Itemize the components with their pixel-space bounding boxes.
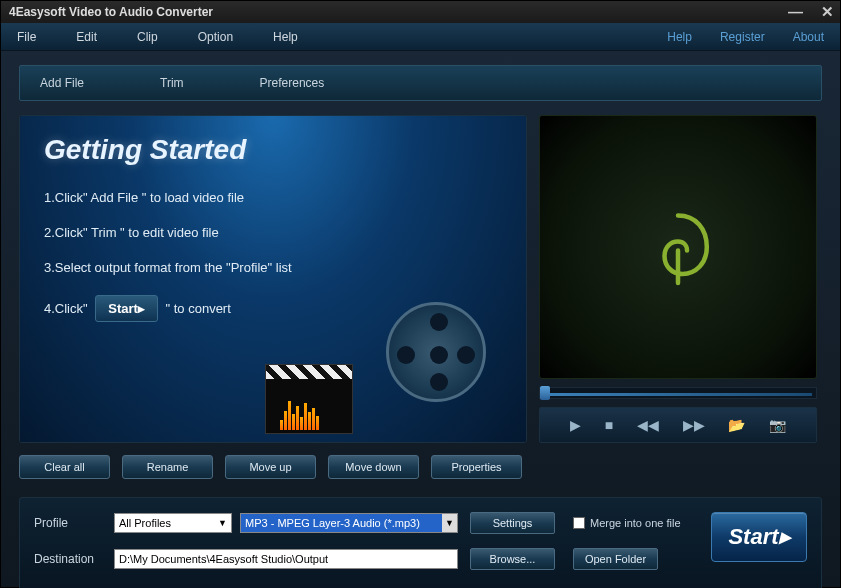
film-reel-icon (386, 302, 496, 412)
play-button[interactable]: ▶ (570, 417, 581, 433)
seek-thumb[interactable] (540, 386, 550, 400)
settings-button[interactable]: Settings (470, 512, 555, 534)
browse-button[interactable]: Browse... (470, 548, 555, 570)
rename-button[interactable]: Rename (122, 455, 213, 479)
moveup-button[interactable]: Move up (225, 455, 316, 479)
snapshot-button[interactable]: 📷 (769, 417, 786, 433)
step-1: 1.Click" Add File " to load video file (44, 190, 502, 205)
menu-clip[interactable]: Clip (137, 30, 158, 44)
bottom-panel: Profile All Profiles▼ MP3 - MPEG Layer-3… (19, 497, 822, 588)
next-button[interactable]: ▶▶ (683, 417, 705, 433)
close-button[interactable]: ✕ (821, 3, 834, 21)
window-title: 4Easysoft Video to Audio Converter (9, 5, 213, 19)
link-help[interactable]: Help (667, 30, 692, 44)
properties-button[interactable]: Properties (431, 455, 522, 479)
toolbar: Add File Trim Preferences (19, 65, 822, 101)
profile-label: Profile (34, 516, 114, 530)
start-inline-button: Start▸ (95, 295, 158, 322)
menu-option[interactable]: Option (198, 30, 233, 44)
open-button[interactable]: 📂 (728, 417, 745, 433)
profile-filter-combo[interactable]: All Profiles▼ (114, 513, 232, 533)
movedown-button[interactable]: Move down (328, 455, 419, 479)
app-window: 4Easysoft Video to Audio Converter — ✕ F… (0, 0, 841, 588)
minimize-button[interactable]: — (788, 3, 803, 21)
menu-file[interactable]: File (17, 30, 36, 44)
toolbar-addfile[interactable]: Add File (40, 76, 84, 90)
prev-button[interactable]: ◀◀ (637, 417, 659, 433)
menu-help[interactable]: Help (273, 30, 298, 44)
step-3: 3.Select output format from the "Profile… (44, 260, 502, 275)
step-2: 2.Click" Trim " to edit video file (44, 225, 502, 240)
link-register[interactable]: Register (720, 30, 765, 44)
menu-edit[interactable]: Edit (76, 30, 97, 44)
clearall-button[interactable]: Clear all (19, 455, 110, 479)
toolbar-trim[interactable]: Trim (160, 76, 184, 90)
profile-format-combo[interactable]: MP3 - MPEG Layer-3 Audio (*.mp3)▼ (240, 513, 458, 533)
preview-panel (539, 115, 817, 379)
file-list-panel: Getting Started 1.Click" Add File " to l… (19, 115, 527, 443)
destination-input[interactable]: D:\My Documents\4Easysoft Studio\Output (114, 549, 458, 569)
welcome-screen: Getting Started 1.Click" Add File " to l… (20, 116, 526, 442)
equalizer-icon (280, 398, 340, 430)
player-controls: ▶ ■ ◀◀ ▶▶ 📂 📷 (539, 407, 817, 443)
seek-bar[interactable] (539, 387, 817, 399)
openfolder-button[interactable]: Open Folder (573, 548, 658, 570)
checkbox-box[interactable] (573, 517, 585, 529)
welcome-title: Getting Started (44, 134, 502, 166)
stop-button[interactable]: ■ (605, 417, 613, 433)
merge-checkbox[interactable]: Merge into one file (573, 517, 681, 529)
toolbar-prefs[interactable]: Preferences (260, 76, 325, 90)
logo-icon (633, 202, 723, 292)
menubar: File Edit Clip Option Help Help Register… (1, 23, 840, 51)
link-about[interactable]: About (793, 30, 824, 44)
destination-label: Destination (34, 552, 114, 566)
titlebar: 4Easysoft Video to Audio Converter — ✕ (1, 1, 840, 23)
start-button[interactable]: Start▸ (711, 512, 807, 562)
